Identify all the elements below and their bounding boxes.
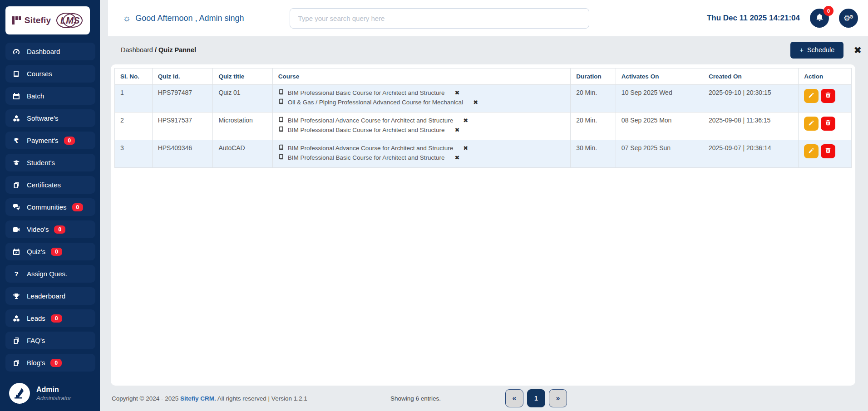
close-icon[interactable]: ✖: [853, 45, 862, 55]
pencil-icon: [808, 147, 814, 155]
sidebar-item-leaderboard[interactable]: Leaderboard: [5, 287, 95, 305]
logo-brand-text: Sitefiy: [25, 15, 51, 25]
column-header: Quiz title: [213, 68, 272, 85]
schedule-button[interactable]: + Schedule: [790, 42, 843, 59]
table-header-row: Sl. No.Quiz Id.Quiz titleCourseDurationA…: [115, 68, 852, 85]
sidebar-item-leads[interactable]: Leads0: [5, 309, 95, 327]
delete-button[interactable]: [821, 144, 835, 158]
greeting-text: Good Afternoon , Admin singh: [135, 14, 244, 23]
logo-lms-mark: LMS: [55, 11, 84, 29]
sidebar-item-payment-s[interactable]: ₹Payment's0: [5, 132, 95, 149]
course-cell: BIM Professional Basic Course for Archit…: [272, 85, 570, 113]
sidebar-item-label: Leads: [27, 314, 45, 322]
pagination-prev-button[interactable]: «: [505, 389, 523, 407]
count-badge: 0: [64, 137, 75, 145]
sidebar-item-student-s[interactable]: Student's: [5, 154, 95, 171]
book-icon: [278, 117, 284, 124]
sidebar-item-assign-ques[interactable]: ?Assign Ques.: [5, 265, 95, 283]
sidebar-item-quiz-s[interactable]: Quiz's0: [5, 243, 95, 260]
sidebar-item-batch[interactable]: Batch: [5, 87, 95, 105]
sidebar-item-label: Payment's: [27, 137, 59, 144]
sidebar-nav: DashboardCoursesBatchSoftware's₹Payment'…: [5, 43, 95, 380]
delete-button[interactable]: [821, 89, 835, 103]
remove-course-icon[interactable]: ✖: [463, 145, 468, 152]
breadcrumb-dashboard[interactable]: Dashboard: [121, 46, 153, 54]
sidebar-item-label: Quiz's: [27, 248, 45, 255]
trophy-icon: [12, 293, 21, 300]
course-entry: BIM Professional Basic Course for Archit…: [278, 126, 565, 133]
table-cell: 2: [115, 113, 153, 140]
edit-button[interactable]: [804, 89, 819, 103]
column-header: Quiz Id.: [152, 68, 213, 85]
remove-course-icon[interactable]: ✖: [463, 117, 468, 124]
search-input[interactable]: [290, 8, 589, 29]
settings-button[interactable]: ⚙⚙: [839, 9, 858, 28]
sidebar-item-certificates[interactable]: Certificates: [5, 176, 95, 194]
cubes-icon: [12, 115, 21, 122]
remove-course-icon[interactable]: ✖: [455, 89, 460, 96]
sidebar: Sitefiy LMS DashboardCoursesBatchSoftwar…: [0, 0, 100, 411]
pagination: « 1 »: [505, 389, 567, 407]
sidebar-item-courses[interactable]: Courses: [5, 65, 95, 83]
table-row: 2HPS917537MicrostationBIM Professional A…: [115, 113, 852, 140]
table-row: 3HPS409346AutoCADBIM Professional Advanc…: [115, 140, 852, 168]
book-icon: [278, 89, 284, 96]
footer-brand-link[interactable]: Sitefiy CRM.: [180, 395, 216, 402]
book-icon: [278, 126, 284, 133]
sidebar-item-video-s[interactable]: Video's0: [5, 220, 95, 238]
avatar: [9, 383, 30, 404]
sidebar-item-label: FAQ's: [27, 337, 45, 344]
sidebar-item-label: Blog's: [27, 359, 45, 367]
action-cell: [799, 85, 852, 113]
toolbar: Dashboard / Quiz Pannel + Schedule ✖: [108, 36, 868, 64]
app-logo[interactable]: Sitefiy LMS: [5, 6, 90, 34]
sidebar-item-faq-s[interactable]: FAQ's: [5, 332, 95, 349]
sidebar-item-communities[interactable]: Communities0: [5, 198, 95, 216]
sidebar-item-blog-s[interactable]: Blog's0: [5, 354, 95, 372]
pagination-next-button[interactable]: »: [549, 389, 567, 407]
top-header: ☼ Good Afternoon , Admin singh Thu Dec 1…: [108, 0, 868, 36]
table-body: 1HPS797487Quiz 01BIM Professional Basic …: [115, 85, 852, 168]
count-badge: 0: [51, 314, 62, 323]
sidebar-item-dashboard[interactable]: Dashboard: [5, 43, 95, 60]
breadcrumb: Dashboard / Quiz Pannel: [121, 46, 196, 54]
breadcrumb-current: Quiz Pannel: [158, 46, 196, 54]
datetime-display: Thu Dec 11 2025 14:21:04: [707, 14, 800, 23]
column-header: Activates On: [616, 68, 703, 85]
sidebar-profile[interactable]: Admin Administrator: [5, 380, 95, 406]
cubes-icon: [12, 315, 21, 322]
edit-button[interactable]: [804, 144, 819, 158]
table-cell: 08 Sep 2025 Mon: [616, 113, 703, 140]
edit-button[interactable]: [804, 117, 819, 131]
bell-icon: [815, 13, 824, 23]
delete-button[interactable]: [821, 117, 835, 131]
remove-course-icon[interactable]: ✖: [455, 154, 460, 161]
copyright-text: Copyright © 2024 - 2025 Sitefiy CRM. All…: [112, 395, 307, 402]
greeting: ☼ Good Afternoon , Admin singh: [123, 13, 244, 24]
table-cell: HPS797487: [152, 85, 213, 113]
course-cell: BIM Professional Advance Course for Arch…: [272, 113, 570, 140]
profile-role: Administrator: [36, 395, 71, 401]
table-cell: 30 Min.: [571, 140, 616, 168]
sidebar-item-software-s[interactable]: Software's: [5, 109, 95, 127]
dashboard-icon: [12, 48, 21, 55]
entries-count: Showing 6 entries.: [390, 395, 441, 402]
table-cell: 2025-09-10 | 20:30:15: [703, 85, 798, 113]
notifications-button[interactable]: 0: [810, 9, 829, 28]
sidebar-item-label: Assign Ques.: [27, 270, 67, 278]
sidebar-item-label: Batch: [27, 92, 44, 100]
copy-icon: [12, 181, 21, 189]
remove-course-icon[interactable]: ✖: [455, 127, 460, 133]
trash-icon: [825, 120, 831, 127]
action-cell: [799, 140, 852, 168]
remove-course-icon[interactable]: ✖: [473, 99, 478, 106]
calendar-check-icon: [12, 248, 21, 255]
sidebar-item-label: Student's: [27, 159, 55, 166]
pagination-page-1-button[interactable]: 1: [527, 389, 545, 407]
table-cell: Microstation: [213, 113, 272, 140]
table-cell: AutoCAD: [213, 140, 272, 168]
question-icon: ?: [12, 270, 21, 278]
course-name: BIM Professional Basic Course for Archit…: [288, 154, 445, 161]
copy-icon: [12, 337, 21, 344]
table-cell: HPS409346: [152, 140, 213, 168]
